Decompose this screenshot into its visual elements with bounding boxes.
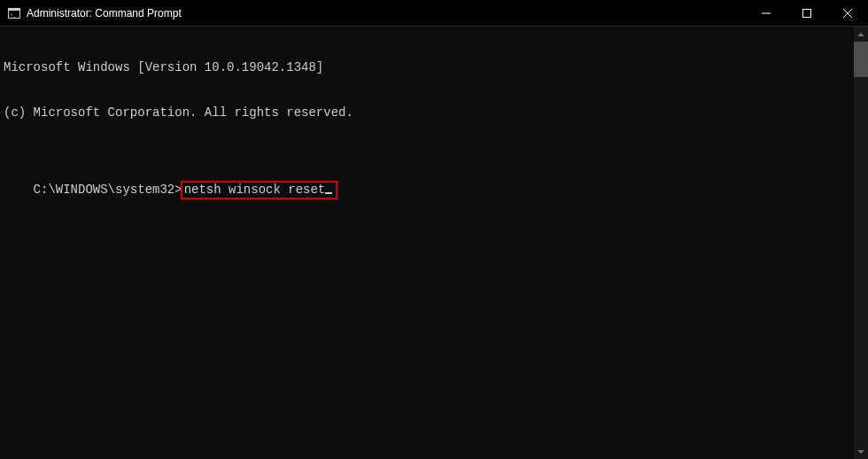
scroll-down-button[interactable]: [854, 444, 868, 459]
console-output[interactable]: Microsoft Windows [Version 10.0.19042.13…: [0, 27, 868, 459]
close-button[interactable]: [827, 0, 868, 26]
text-cursor: [325, 192, 332, 194]
copyright-line: (c) Microsoft Corporation. All rights re…: [4, 105, 868, 121]
prompt-path: C:\WINDOWS\system32>: [34, 183, 182, 197]
svg-text:>_: >_: [10, 12, 16, 17]
typed-command: netsh winsock reset: [184, 183, 326, 197]
blank-line: [4, 151, 868, 166]
window-title: Administrator: Command Prompt: [27, 7, 182, 19]
prompt-line: C:\WINDOWS\system32>netsh winsock reset: [34, 181, 338, 199]
command-prompt-window: >_ Administrator: Command Prompt Microso…: [0, 0, 868, 459]
minimize-button[interactable]: [746, 0, 787, 26]
version-line: Microsoft Windows [Version 10.0.19042.13…: [4, 60, 868, 75]
vertical-scrollbar[interactable]: [854, 27, 868, 459]
command-highlight: netsh winsock reset: [181, 181, 338, 199]
maximize-button[interactable]: [787, 0, 827, 26]
svg-rect-1: [9, 9, 19, 11]
scrollbar-track[interactable]: [854, 42, 868, 444]
svg-rect-3: [803, 9, 811, 17]
titlebar[interactable]: >_ Administrator: Command Prompt: [0, 0, 868, 27]
scroll-up-button[interactable]: [854, 27, 868, 42]
app-icon: >_: [7, 6, 21, 20]
caption-buttons: [746, 0, 868, 26]
scrollbar-thumb[interactable]: [854, 42, 868, 77]
